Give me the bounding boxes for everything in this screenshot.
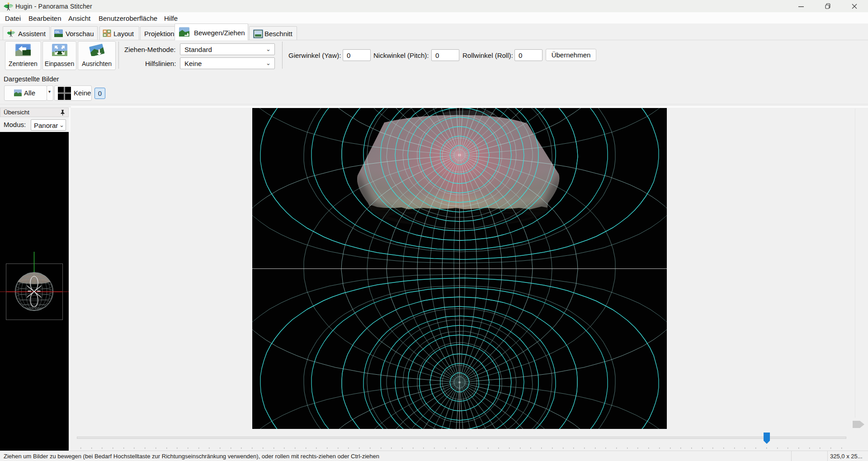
svg-text:GL: GL (55, 30, 60, 34)
